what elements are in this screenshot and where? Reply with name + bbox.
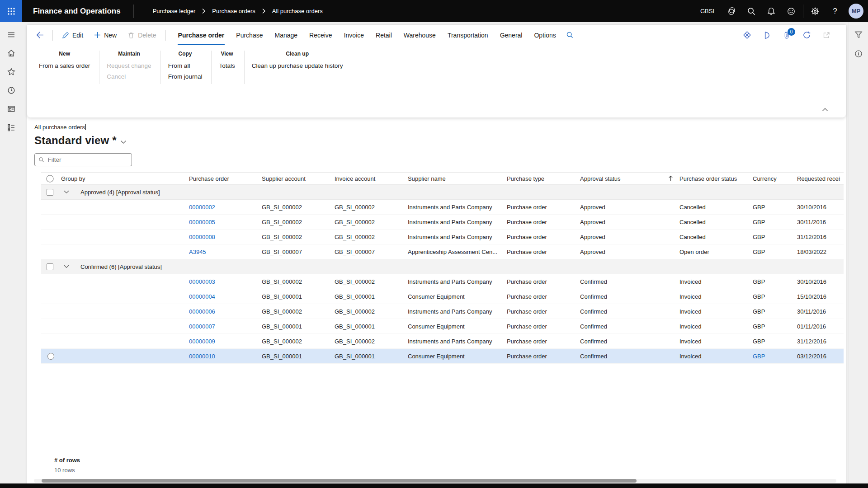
edit-button[interactable]: Edit (57, 27, 89, 43)
view-selector[interactable]: Standard view * (34, 134, 846, 147)
group-header-row[interactable]: Approved (4) [Approval status] (41, 185, 844, 200)
purchase-order-link[interactable]: 00000006 (189, 308, 215, 315)
tab-transportation[interactable]: Transportation (442, 25, 494, 45)
avatar[interactable]: MP (849, 4, 863, 19)
copilot-button[interactable] (722, 0, 741, 22)
column-header-purchase-order-status[interactable]: Purchase order status (679, 175, 752, 182)
grid-row[interactable]: 00000009GB_SI_000002GB_SI_000002Instrume… (41, 334, 844, 349)
ribbon-item-clean-up-purchase-update-history[interactable]: Clean up purchase update history (252, 62, 343, 69)
attachments-button[interactable]: 0 (779, 28, 794, 43)
purchase-order-link[interactable]: 00000010 (189, 353, 215, 360)
ribbon-item-from-all[interactable]: From all (168, 62, 203, 69)
action-pane-search-button[interactable] (562, 25, 578, 45)
group-checkbox[interactable] (47, 263, 53, 270)
cell-supplier-name: Instruments and Parts Company (407, 308, 506, 315)
nav-recent-button[interactable] (2, 81, 20, 99)
purchase-order-link[interactable]: 00000007 (189, 323, 215, 330)
column-options-button[interactable]: ⋮ (836, 173, 843, 184)
tab-manage[interactable]: Manage (269, 25, 303, 45)
cell-currency[interactable]: GBP (752, 353, 796, 360)
tab-receive[interactable]: Receive (303, 25, 338, 45)
grid-row[interactable]: 00000008GB_SI_000002GB_SI_000002Instrume… (41, 230, 844, 244)
help-button[interactable]: ? (825, 0, 845, 22)
nav-favorites-button[interactable] (2, 63, 20, 81)
nav-home-button[interactable] (2, 44, 20, 62)
settings-button[interactable] (805, 0, 825, 22)
open-in-office-button[interactable] (759, 28, 774, 43)
open-in-new-window-button[interactable] (819, 28, 834, 43)
collapse-action-pane-button[interactable] (819, 105, 831, 114)
app-launcher-waffle-icon[interactable] (0, 0, 22, 22)
breadcrumb-purchase-ledger[interactable]: Purchase ledger (153, 8, 196, 14)
grid-row[interactable]: 00000002GB_SI_000002GB_SI_000002Instrume… (41, 200, 844, 215)
column-header-group-by[interactable]: Group by (60, 175, 188, 182)
grid-filter-box[interactable] (34, 153, 132, 166)
back-button[interactable] (31, 26, 49, 44)
grid-row[interactable]: 00000003GB_SI_000002GB_SI_000002Instrume… (41, 274, 844, 289)
column-header-approval-status[interactable]: Approval status (579, 175, 679, 182)
purchase-order-link[interactable]: 00000003 (189, 278, 215, 285)
feedback-button[interactable] (781, 0, 801, 22)
filter-pane-button[interactable] (850, 27, 867, 43)
column-header-supplier-account[interactable]: Supplier account (261, 175, 334, 182)
ribbon-item-cancel: Cancel (107, 73, 151, 80)
purchase-order-link[interactable]: 00000002 (189, 204, 215, 211)
new-button[interactable]: New (89, 27, 122, 43)
ribbon-item-from-a-sales-order[interactable]: From a sales order (39, 62, 90, 69)
column-header-currency[interactable]: Currency (752, 175, 796, 182)
horizontal-scrollbar-thumb[interactable] (42, 479, 637, 483)
grid-filter-input[interactable] (47, 156, 128, 163)
cell-invoice-account: GB_SI_000002 (334, 278, 407, 285)
breadcrumb-all-purchase-orders[interactable]: All purchase orders (272, 8, 323, 14)
column-header-purchase-type[interactable]: Purchase type (506, 175, 579, 182)
cell-purchase-type: Purchase order (506, 219, 579, 225)
chevron-down-icon[interactable] (64, 190, 69, 194)
tab-warehouse[interactable]: Warehouse (398, 25, 442, 45)
group-header-row[interactable]: Confirmed (6) [Approval status] (41, 259, 844, 274)
ribbon-item-from-journal[interactable]: From journal (168, 73, 203, 80)
group-checkbox[interactable] (47, 189, 53, 196)
grid-row[interactable]: 00000006GB_SI_000002GB_SI_000002Instrume… (41, 304, 844, 319)
tab-general[interactable]: General (494, 25, 528, 45)
purchase-order-link[interactable]: 00000005 (189, 219, 215, 225)
environment-label[interactable]: GBSI (700, 8, 714, 14)
purchase-order-link[interactable]: 00000004 (189, 293, 215, 300)
search-button[interactable] (741, 0, 761, 22)
tab-purchase[interactable]: Purchase (230, 25, 269, 45)
purchase-order-link[interactable]: 00000008 (189, 234, 215, 240)
horizontal-scrollbar-track[interactable] (34, 479, 836, 483)
tab-options[interactable]: Options (528, 25, 561, 45)
expand-nav-button[interactable] (2, 26, 20, 44)
home-icon (7, 49, 16, 58)
column-header-purchase-order[interactable]: Purchase order (188, 175, 261, 182)
page-caption-input[interactable]: All purchase orders (34, 124, 85, 131)
nav-modules-button[interactable] (2, 118, 20, 136)
purchase-order-link[interactable]: 00000009 (189, 338, 215, 345)
delete-button[interactable]: Delete (122, 27, 161, 43)
ribbon-group-title: Clean up (252, 51, 343, 57)
chevron-down-icon[interactable] (64, 265, 69, 268)
breadcrumb-purchase-orders[interactable]: Purchase orders (212, 8, 255, 14)
row-selected-radio[interactable] (47, 353, 54, 360)
refresh-button[interactable] (799, 28, 814, 43)
nav-workspaces-button[interactable] (2, 100, 20, 118)
grid-row[interactable]: A3945GB_SI_000007GB_SI_000007Apprentices… (41, 244, 844, 259)
grid-row[interactable]: 00000007GB_SI_000001GB_SI_000001Consumer… (41, 319, 844, 334)
notifications-button[interactable] (761, 0, 781, 22)
column-header-invoice-account[interactable]: Invoice account (334, 175, 407, 182)
tab-invoice[interactable]: Invoice (338, 25, 370, 45)
info-pane-button[interactable] (850, 46, 867, 62)
action-pane: Edit New Delete Purchase orderPurchaseMa… (27, 25, 846, 117)
grid-row[interactable]: 00000005GB_SI_000002GB_SI_000002Instrume… (41, 215, 844, 230)
power-apps-button[interactable] (739, 28, 755, 43)
tab-retail[interactable]: Retail (370, 25, 398, 45)
purchase-order-link[interactable]: A3945 (189, 249, 206, 255)
tab-purchase-order[interactable]: Purchase order (172, 25, 231, 45)
grid-row[interactable]: 00000010GB_SI_000001GB_SI_000001Consumer… (41, 349, 844, 364)
ribbon-item-totals[interactable]: Totals (219, 62, 235, 69)
select-all-column[interactable] (41, 175, 60, 183)
grid-row[interactable]: 00000004GB_SI_000001GB_SI_000001Consumer… (41, 289, 844, 304)
column-header-supplier-name[interactable]: Supplier name (407, 175, 506, 182)
search-icon (566, 31, 574, 39)
cell-row-selector[interactable] (41, 353, 60, 360)
